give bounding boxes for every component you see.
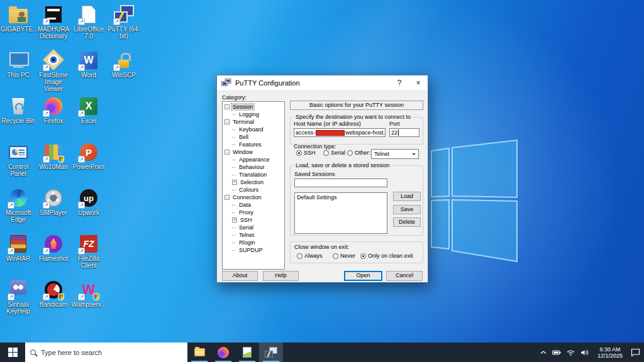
category-supdup[interactable]: SUPDUP [223,246,284,254]
cancel-button[interactable]: Cancel [386,271,423,281]
shortcut-arrow-icon [43,293,50,300]
tree-item-label: Translation [238,172,268,178]
desktop-icon-winrar[interactable]: WinRAR [1,233,36,279]
help-button[interactable]: ? [390,75,409,90]
saved-sessions-input[interactable] [294,178,387,187]
category-colours[interactable]: Colours [223,186,284,194]
desktop-icon-excel[interactable]: Excel [71,96,106,141]
taskbar-putty[interactable] [259,343,283,362]
host-value-suffix: webspace-host.com [345,129,386,136]
taskbar-search[interactable] [25,343,187,362]
tree-expander-icon[interactable] [232,217,237,222]
wifi-icon[interactable] [567,349,575,356]
desktop-icon-upwork[interactable]: Upwork [71,187,106,233]
port-input[interactable]: 22 [389,128,419,137]
desktop-icon-grid: GIGABYTE... This PC Recycle Bin [1,4,142,325]
taskbar-firefox[interactable] [211,343,235,362]
desktop-icon-putty[interactable]: PuTTY (64-bit) [106,4,142,50]
category-ssh[interactable]: SSH [223,216,284,224]
tree-expander-icon[interactable] [225,119,230,124]
desktop-icon-wu10man[interactable]: Wu10Man [36,141,71,187]
destination-group: Specify the destination you want to conn… [290,117,423,145]
taskbar-notepad[interactable] [235,343,259,362]
shortcut-arrow-icon [8,202,14,209]
desktop-icon-this-pc[interactable]: This PC [1,50,36,96]
category-window[interactable]: Window [223,148,284,156]
desktop-icon-recycle-bin[interactable]: Recycle Bin [1,96,36,141]
action-center-icon[interactable] [631,348,640,356]
category-bell[interactable]: Bell [223,133,284,141]
radio-other[interactable]: Other: [347,150,370,156]
category-serial[interactable]: Serial [223,224,284,231]
load-button[interactable]: Load [393,192,421,201]
radio-only-clean-exit[interactable]: Only on clean exit [360,253,413,259]
open-button[interactable]: Open [344,271,382,281]
tree-expander-icon[interactable] [225,195,230,200]
desktop-icon-label: WinRAR [6,255,30,262]
volume-icon[interactable] [580,349,589,356]
category-terminal[interactable]: Terminal [223,118,284,126]
desktop-icon-label: GIGABYTE... [1,26,36,33]
category-behaviour[interactable]: Behaviour [223,163,284,171]
hidden-icons-chevron-icon[interactable] [540,351,547,354]
category-session[interactable]: Session [223,103,284,111]
other-protocol-dropdown[interactable]: Telnet [371,149,419,159]
radio-serial[interactable]: Serial [323,150,345,156]
desktop-icon-powerpoint[interactable]: PowerPoint [71,141,106,187]
tree-item-label: Serial [238,224,255,231]
desktop-icon-winscp[interactable]: WinSCP [106,50,142,96]
category-features[interactable]: Features [223,141,284,148]
stored-session-group-label: Load, save or delete a stored session [294,162,392,168]
about-button[interactable]: About [222,271,258,281]
list-item[interactable]: Default Settings [297,194,385,201]
radio-always[interactable]: Always [297,253,323,259]
category-rlogin[interactable]: Rlogin [223,239,284,246]
taskbar-clock[interactable]: 6:30 AM 12/1/2025 [595,346,625,359]
search-input[interactable] [41,349,182,356]
category-connection[interactable]: Connection [223,194,284,201]
battery-icon[interactable] [552,350,561,355]
radio-ssh[interactable]: SSH [296,150,316,156]
taskbar-file-explorer[interactable] [187,343,211,362]
radio-never[interactable]: Never [333,253,355,259]
shortcut-arrow-icon [43,156,50,163]
category-data[interactable]: Data [223,201,284,209]
desktop-icon-faststone[interactable]: FastStone Image Viewer [36,50,71,96]
clock-time: 6:30 AM [595,346,625,353]
desktop-icon-libreoffice[interactable]: LibreOffice 7.0 [71,4,106,50]
close-icon[interactable]: × [409,75,428,90]
desktop-icon-firefox[interactable]: Firefox [36,96,71,141]
category-keyboard[interactable]: Keyboard [223,126,284,133]
desktop-icon-filezilla[interactable]: FileZilla Client [71,233,106,279]
desktop-icon-sinhala-keyhelp[interactable]: Sinhala KeyHelp [1,279,36,325]
category-appearance[interactable]: Appearance [223,156,284,163]
save-button[interactable]: Save [393,205,421,214]
desktop[interactable]: GIGABYTE... This PC Recycle Bin [0,0,644,343]
category-logging[interactable]: Logging [223,111,284,118]
stored-session-group: Load, save or delete a stored session Sa… [290,165,423,236]
category-selection[interactable]: Selection [223,178,284,186]
desktop-icon-microsoft-edge[interactable]: Microsoft Edge [1,187,36,233]
delete-button[interactable]: Delete [393,217,421,227]
desktop-icon-flameshot[interactable]: Flameshot [36,233,71,279]
folder-user-icon [9,9,28,23]
tree-expander-icon[interactable] [225,104,230,109]
tree-expander-icon[interactable] [225,150,230,155]
desktop-icon-wampserver[interactable]: Wampserv... [71,279,106,325]
host-name-input[interactable]: access- webspace-host.com [294,128,386,137]
desktop-icon-control-panel[interactable]: Control Panel [1,141,36,187]
category-telnet[interactable]: Telnet [223,231,284,239]
desktop-icon-word[interactable]: Word [71,50,106,96]
saved-sessions-list[interactable]: Default Settings [294,192,387,234]
desktop-icon-smplayer[interactable]: SMPlayer [36,187,71,233]
start-button[interactable] [0,343,25,362]
category-proxy[interactable]: Proxy [223,209,284,216]
desktop-icon-madhura-dictionary[interactable]: MADHURA Dictionary [36,4,71,50]
dialog-title-bar[interactable]: PuTTY Configuration ? × [217,75,428,90]
desktop-icon-bandicam[interactable]: Bandicam [36,279,71,325]
desktop-icon-label: Bandicam [40,301,67,308]
help-button-bottom[interactable]: Help [263,271,299,281]
tree-expander-icon[interactable] [232,180,237,185]
desktop-icon-gigabyte[interactable]: GIGABYTE... [1,4,36,50]
category-translation[interactable]: Translation [223,171,284,178]
